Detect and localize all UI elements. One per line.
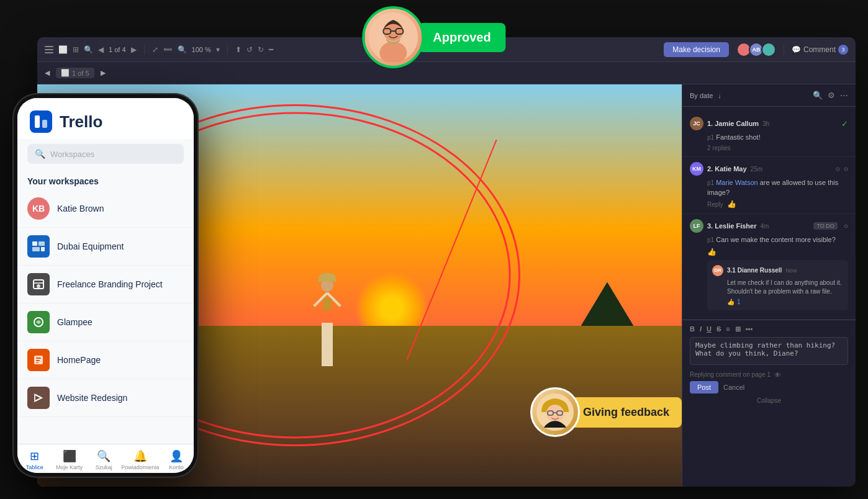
- sort-button[interactable]: By date: [690, 92, 713, 99]
- canvas-nav-left[interactable]: ◀: [45, 69, 50, 77]
- list2-tool[interactable]: ⊞: [735, 325, 741, 333]
- search-panel-btn[interactable]: 🔍: [813, 91, 823, 100]
- cursor-icon[interactable]: ⬆: [235, 45, 242, 54]
- page-next-btn[interactable]: ▶: [131, 45, 137, 54]
- reply-like-3-1: 👍 1: [727, 299, 843, 305]
- workspace-item-1[interactable]: Freelance Branding Project: [17, 266, 194, 303]
- comment-status-3: TO DO: [813, 222, 837, 230]
- workspace-item-2[interactable]: Glampee: [17, 303, 194, 341]
- page-prev-btn[interactable]: ◀: [98, 45, 104, 54]
- filter-panel-btn[interactable]: ⚙: [828, 91, 835, 100]
- bold-tool[interactable]: B: [690, 325, 695, 333]
- strikethrough-tool[interactable]: S: [717, 325, 721, 333]
- scene: Approved ⬜ ⊞ 🔍 ◀ 1 of 4 ▶ ⤢ ➖ 🔍 100 % ▾ …: [0, 0, 868, 499]
- trello-search[interactable]: 🔍 Workspaces: [27, 144, 184, 164]
- comment-resolved-icon-1: ✓: [841, 119, 848, 128]
- canvas-nav-right[interactable]: ▶: [101, 69, 106, 77]
- line-icon[interactable]: ━: [269, 45, 273, 54]
- workspace-name-2: Glampee: [57, 317, 93, 327]
- hamburger-menu[interactable]: [45, 46, 53, 53]
- comment-replies-1[interactable]: 2 replies: [707, 145, 848, 151]
- trello-logo-bar1: [35, 115, 40, 128]
- comment-name-3: 3. Leslie Fisher: [707, 222, 756, 230]
- reply-text-3-1: Let me check if I can do anything about …: [727, 279, 843, 296]
- comment-count: 3: [838, 45, 848, 55]
- zoom-level: 100 %: [192, 46, 211, 53]
- comment-text-3: p1 Can we make the content more visible?: [707, 235, 848, 245]
- replying-to-label: Replying comment on page 1: [690, 371, 771, 378]
- editor-footer: Replying comment on page 1 👁: [690, 371, 848, 379]
- make-decision-button[interactable]: Make decision: [664, 42, 729, 57]
- comment-button[interactable]: 💬 Comment 3: [792, 45, 848, 55]
- comment-header-2: KM 2. Katie May 25m ○ ○: [690, 162, 848, 176]
- nav-item-tablice[interactable]: ⊞ Tablice: [17, 449, 52, 470]
- comment-header-3: LF 3. Leslie Fisher 4m TO DO ○: [690, 219, 848, 233]
- comment-name-2: 2. Katie May: [707, 165, 747, 173]
- italic-tool[interactable]: I: [700, 325, 702, 333]
- search-icon[interactable]: 🔍: [84, 45, 93, 54]
- user-name: Katie Brown: [57, 204, 104, 214]
- redo-icon[interactable]: ↻: [258, 45, 264, 54]
- workspace-name-1: Freelance Branding Project: [57, 279, 163, 289]
- workspace-icon-1: [27, 273, 50, 295]
- zoom-dropdown-icon[interactable]: ▾: [216, 45, 220, 54]
- mention-marie: Marie Watson: [716, 179, 757, 186]
- rotate-icon[interactable]: ↺: [246, 45, 253, 54]
- comment-input[interactable]: Maybe climbing rather than hiking? What …: [690, 337, 848, 365]
- reply-like-icon[interactable]: 👍: [727, 299, 735, 305]
- giving-feedback-overlay: Giving feedback: [530, 387, 682, 437]
- reply-button-2[interactable]: Reply: [707, 200, 723, 209]
- person-avatar-top: Approved: [362, 6, 505, 68]
- svg-rect-19: [36, 362, 38, 363]
- list-tool[interactable]: ≡: [726, 325, 730, 333]
- trello-logo-icon: [35, 115, 47, 128]
- resize-icon: ⤢: [152, 45, 158, 54]
- reply-header-3-1: DR 3.1 Dianne Russell Now: [712, 265, 843, 276]
- workspace-item-4[interactable]: Website Redesign: [17, 379, 194, 417]
- reply-time-3-1: Now: [785, 267, 797, 274]
- your-workspaces-title: Your workspaces: [17, 169, 194, 190]
- workspace-item-0[interactable]: Dubai Equipment: [17, 228, 194, 266]
- nav-item-powiadomienia[interactable]: 🔔 Powiadomienia: [121, 449, 159, 470]
- workspace-name-3: HomePage: [57, 355, 101, 365]
- like-icon-3[interactable]: 👍: [707, 248, 717, 256]
- workspace-icon-4: [27, 387, 50, 409]
- konto-label: Konto: [169, 464, 184, 470]
- post-button[interactable]: Post: [690, 381, 718, 393]
- comment-item-2: KM 2. Katie May 25m ○ ○ p1 Marie Watson …: [682, 157, 856, 214]
- powiadomienia-icon: 🔔: [133, 449, 147, 463]
- svg-rect-9: [38, 241, 45, 246]
- konto-icon: 👤: [170, 449, 183, 463]
- workspace-icon-3: [27, 349, 50, 371]
- moje-karty-icon: ⬛: [63, 449, 76, 463]
- nav-item-konto[interactable]: 👤 Konto: [159, 449, 194, 470]
- right-panel: By date ↓ 🔍 ⚙ ⋯ JC 1. Jamie Callum 3h: [682, 84, 856, 487]
- comment-time-3: 4m: [760, 223, 769, 230]
- comment-header-1: JC 1. Jamie Callum 3h ✓: [690, 117, 848, 130]
- comment-icon: 💬: [792, 45, 801, 54]
- more-panel-btn[interactable]: ⋯: [840, 91, 848, 100]
- user-item[interactable]: KB Katie Brown: [17, 190, 194, 228]
- phone-screen: Trello 🔍 Workspaces Your workspaces KB K…: [17, 98, 194, 473]
- cancel-button[interactable]: Cancel: [723, 381, 744, 393]
- collapse-button[interactable]: Collapse: [690, 393, 848, 408]
- page-frame-icon: ⬜: [61, 69, 70, 77]
- workspace-item-3[interactable]: HomePage: [17, 341, 194, 379]
- workspace-icon-2: [27, 311, 50, 333]
- editor-toolbar: B I U S ≡ ⊞ •••: [690, 325, 848, 333]
- frame-icon: ⬜: [58, 45, 68, 54]
- moje-karty-label: Moje Karty: [56, 464, 83, 470]
- backpack: [323, 298, 332, 310]
- nav-item-szukaj[interactable]: 🔍 Szukaj: [86, 449, 121, 470]
- underline-tool[interactable]: U: [707, 325, 712, 333]
- comment-more-icon-2: ○: [844, 164, 848, 173]
- reply-avatar-3-1: DR: [712, 265, 723, 276]
- szukaj-label: Szukaj: [96, 464, 112, 470]
- page-indicator: ⬜ 1 of 5: [56, 68, 94, 78]
- like-icon-2[interactable]: 👍: [727, 200, 736, 209]
- more-tool[interactable]: •••: [746, 325, 753, 333]
- nav-item-moje-karty[interactable]: ⬛ Moje Karty: [52, 449, 87, 470]
- zoom-out-icon[interactable]: ➖: [163, 45, 173, 54]
- comment-avatar-1: JC: [690, 117, 703, 130]
- panel-header: By date ↓ 🔍 ⚙ ⋯: [682, 84, 856, 107]
